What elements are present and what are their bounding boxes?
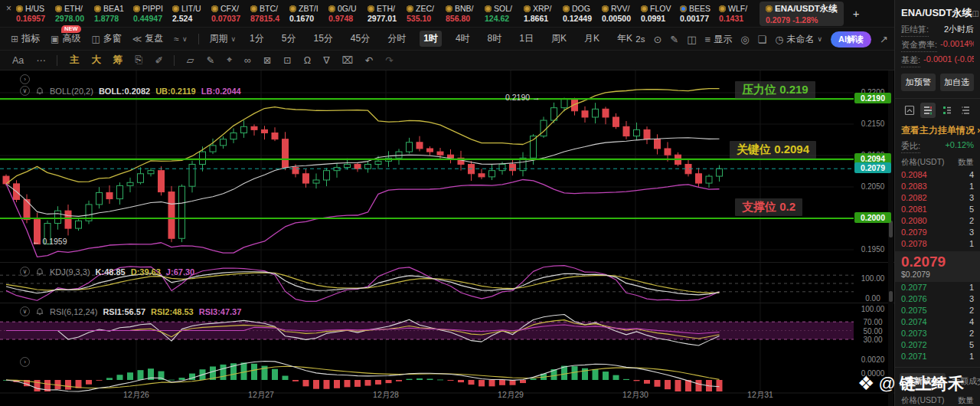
bid-row[interactable]: 0.20711	[895, 351, 980, 362]
ticker-item[interactable]: BTC/87815.4	[250, 4, 283, 23]
main-force-orders-link[interactable]: 查看主力挂单情况 ›	[895, 122, 980, 138]
ticker-item[interactable]: SOL/124.62	[485, 4, 517, 23]
comment-icon[interactable]: ⊡	[283, 54, 291, 66]
bid-row[interactable]: 0.20732	[895, 328, 980, 339]
undo-button[interactable]: ↶	[365, 54, 373, 66]
view-depth-icon[interactable]	[902, 103, 917, 118]
pencil-icon[interactable]: ✎	[206, 54, 214, 66]
collapse-icon[interactable]: ∨	[20, 86, 30, 96]
redo-button[interactable]: ↷	[385, 54, 393, 66]
ticker-item[interactable]: PIPPI0.44947	[133, 4, 165, 23]
timeframe-分时[interactable]: 分时	[384, 31, 410, 47]
window-icon[interactable]: ◫	[687, 34, 696, 45]
active-symbol-tab[interactable]: ENA/USDT永续 0.2079 -1.28%	[760, 2, 844, 26]
fullscreen-icon[interactable]: ❏	[758, 34, 767, 45]
timeframe-1时[interactable]: 1时	[420, 31, 442, 47]
pencil-icon[interactable]: ✎	[670, 34, 678, 45]
share-icon[interactable]: ↗	[880, 34, 888, 45]
timeframe-4时[interactable]: 4时	[452, 31, 474, 47]
bid-row[interactable]: 0.20725	[895, 339, 980, 351]
ticker-item[interactable]: ZBT/I0.1670	[289, 4, 322, 23]
timeframe-8时[interactable]: 8时	[484, 31, 506, 47]
scrollbar-handle[interactable]	[889, 221, 893, 237]
collapse-icon[interactable]: ∨	[20, 306, 30, 316]
ask-row[interactable]: 0.20815	[895, 204, 980, 215]
bid-row[interactable]: 0.20752	[895, 305, 980, 316]
toolbar-item-indicator[interactable]: ⊞指标	[11, 32, 40, 45]
ticker-item[interactable]: BNB/856.80	[446, 4, 478, 23]
ticker-item[interactable]: FLOV0.0991	[641, 4, 673, 23]
ticker-item[interactable]: H/US0.16957	[16, 4, 48, 23]
bid-row[interactable]: 0.20744	[895, 316, 980, 328]
filter-icon[interactable]: ∇	[323, 54, 329, 66]
alert-bell-icon[interactable]	[35, 87, 44, 96]
ticker-item[interactable]: CFX/0.07037	[211, 4, 243, 23]
timeframe-1日[interactable]: 1日	[515, 31, 537, 47]
copy-icon[interactable]: ⎘	[135, 54, 142, 66]
camera-icon[interactable]: ⊙	[653, 34, 662, 45]
add-symbol-button[interactable]: +	[853, 7, 860, 20]
compass-icon[interactable]: ⌖	[227, 54, 232, 66]
timeframe-15分[interactable]: 15分	[309, 31, 336, 47]
ask-row[interactable]: 0.20781	[895, 238, 980, 250]
lock-icon[interactable]: ⊠	[263, 54, 271, 66]
big-data-toggle[interactable]: 大	[91, 54, 101, 67]
last-price-block[interactable]: 0.2079 $0.2079	[895, 251, 980, 282]
pen-icon[interactable]: ✐	[155, 54, 162, 66]
chart-canvas[interactable]	[0, 70, 894, 406]
ask-row[interactable]: 0.20823	[895, 192, 980, 204]
ticker-item[interactable]: ETH/2978.00	[55, 4, 87, 23]
open-chart-icon[interactable]: ◫	[972, 9, 978, 18]
ask-row[interactable]: 0.20844	[895, 169, 980, 181]
text-tool[interactable]: Aa	[12, 55, 24, 66]
trash-icon[interactable]: ⌧	[342, 54, 353, 66]
chips-toggle[interactable]: 筹	[113, 54, 123, 67]
view-list-icon[interactable]	[958, 103, 973, 118]
ask-row[interactable]: 0.20802	[895, 215, 980, 227]
toolbar-item-multi-window[interactable]: ◫多窗	[91, 32, 121, 45]
more-tools[interactable]: ⋯	[36, 54, 46, 66]
alert-bell-icon[interactable]	[35, 307, 44, 316]
ticker-item[interactable]: WLF/0.1431	[719, 4, 751, 23]
layout-selector[interactable]: ◷ 未命名 ∨	[775, 33, 822, 46]
ticker-item[interactable]: BEES0.00177	[680, 4, 712, 23]
ticker-item[interactable]: ETH/2977.01	[368, 4, 400, 23]
ticker-item[interactable]: DOG0.12449	[563, 4, 595, 23]
pane-collapse-icon[interactable]: ›	[20, 74, 30, 84]
display-menu[interactable]: ≡ 显示	[705, 33, 733, 46]
resistance-annotation[interactable]: 压力位 0.219	[735, 81, 815, 99]
ticker-item[interactable]: 0G/U0.9748	[328, 4, 361, 23]
ticker-item[interactable]: LIT/U2.524	[172, 4, 204, 23]
pane-collapse-icon[interactable]: ›	[20, 357, 30, 367]
shape-icon[interactable]: ▱	[187, 54, 194, 66]
target-icon[interactable]: ◎	[740, 34, 749, 45]
bid-row[interactable]: 0.20771	[895, 282, 980, 293]
close-icon[interactable]: ×	[6, 3, 11, 14]
refresh-speed[interactable]: 2s	[635, 34, 645, 44]
ticker-item[interactable]: RVV/0.00500	[602, 4, 634, 23]
period-menu[interactable]: 周期 ∨	[210, 32, 237, 45]
view-list-green-icon[interactable]	[939, 103, 955, 118]
timeframe-周K[interactable]: 周K	[547, 31, 570, 47]
ticker-item[interactable]: BEA11.8778	[94, 4, 126, 23]
timeframe-年K[interactable]: 年K	[613, 31, 636, 47]
alert-bell-icon[interactable]	[35, 267, 44, 277]
ask-row[interactable]: 0.20831	[895, 181, 980, 192]
timeframe-45分[interactable]: 45分	[347, 31, 374, 47]
link-icon[interactable]: ∞	[244, 55, 251, 66]
ai-analysis-button[interactable]: AI解读	[831, 31, 871, 47]
ticker-item[interactable]: ZEC/535.10	[407, 4, 439, 23]
timeframe-月K[interactable]: 月K	[580, 31, 603, 47]
main-chart-toggle[interactable]: 主	[70, 54, 80, 67]
key-level-annotation[interactable]: 关键位 0.2094	[730, 141, 816, 159]
bid-row[interactable]: 0.20763	[895, 293, 980, 305]
add-alert-button[interactable]: 加预警	[901, 74, 936, 91]
timeframe-1分[interactable]: 1分	[246, 31, 268, 47]
volume-profile-button[interactable]: ≈ ∨	[174, 34, 187, 44]
toolbar-item-replay[interactable]: ≪复盘	[132, 32, 164, 45]
timeframe-5分[interactable]: 5分	[278, 31, 300, 47]
ticker-item[interactable]: XRP/1.8661	[524, 4, 556, 23]
toolbar-item-advanced[interactable]: ▣高级NEW	[51, 32, 80, 45]
ask-row[interactable]: 0.20793	[895, 227, 980, 238]
add-favorite-button[interactable]: 加自选	[940, 74, 975, 91]
